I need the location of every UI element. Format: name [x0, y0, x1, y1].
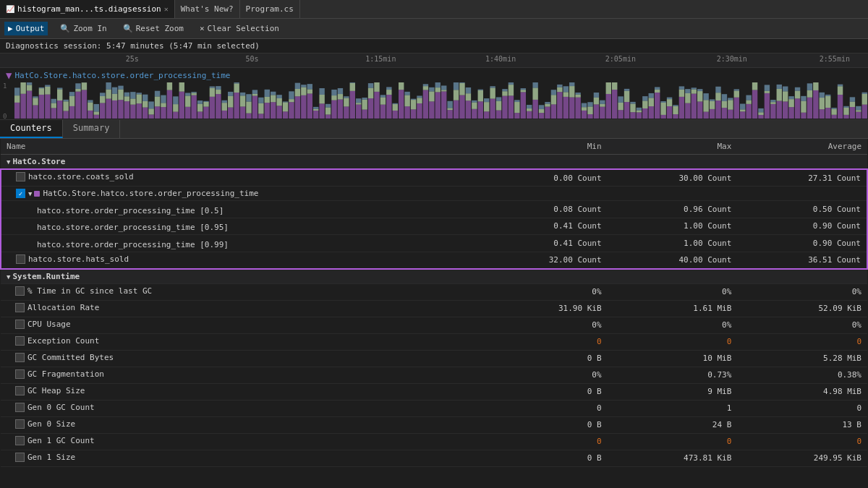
svg-rect-138: [295, 96, 300, 119]
svg-rect-9: [33, 106, 38, 119]
svg-rect-282: [587, 114, 592, 119]
svg-rect-84: [185, 107, 190, 119]
row-checkbox[interactable]: [15, 353, 25, 362]
svg-rect-31: [75, 89, 80, 92]
svg-rect-181: [380, 98, 386, 105]
table-row[interactable]: hatco.store.hats_sold32.00 Count40.00 Co…: [1, 252, 867, 269]
output-label: Output: [16, 24, 45, 33]
zoom-in-button[interactable]: 🔍 Zoom In: [56, 22, 110, 35]
cell-max: 24 B: [608, 416, 738, 433]
table-row[interactable]: GC Heap Size0 B9 MiB4.98 MiB: [1, 383, 867, 400]
cell-avg: 13 B: [737, 416, 867, 433]
svg-rect-166: [350, 83, 355, 91]
svg-rect-229: [478, 90, 483, 101]
table-row[interactable]: Gen 0 GC Count010: [1, 400, 867, 416]
svg-rect-331: [685, 93, 690, 103]
svg-rect-280: [582, 107, 587, 111]
svg-rect-225: [472, 109, 477, 119]
row-checkbox[interactable]: [16, 172, 25, 181]
data-table: Name Min Max Average ▼HatCo.Storehatco.s…: [0, 139, 868, 467]
svg-rect-246: [514, 113, 519, 119]
svg-rect-204: [429, 101, 434, 119]
tab-counters[interactable]: Counters: [0, 120, 63, 138]
svg-rect-223: [466, 93, 471, 100]
clear-selection-button[interactable]: ⨯ Clear Selection: [196, 22, 283, 35]
svg-rect-90: [197, 111, 203, 119]
svg-rect-134: [283, 101, 288, 102]
ruler-mark-230: 2:30min: [717, 55, 747, 63]
row-checkbox[interactable]: [15, 419, 25, 429]
table-row[interactable]: hatco.store.coats_sold0.00 Count30.00 Co…: [1, 169, 867, 187]
cell-avg: 0: [737, 400, 867, 416]
row-checkbox[interactable]: [16, 254, 25, 264]
table-row[interactable]: % Time in GC since last GC0%0%0%: [1, 283, 867, 300]
svg-rect-40: [94, 111, 99, 114]
table-row[interactable]: Gen 1 Size0 B473.81 KiB249.95 KiB: [1, 450, 867, 466]
svg-rect-17: [45, 85, 50, 87]
group-header: ▼System.Runtime: [1, 269, 867, 284]
row-checkbox[interactable]: [15, 453, 25, 462]
chart-area[interactable]: ▼ HatCo.Store.hatco.store.order_processi…: [0, 68, 868, 120]
tab-programcs[interactable]: Program.cs: [240, 0, 300, 18]
svg-rect-28: [69, 96, 75, 106]
table-container[interactable]: Name Min Max Average ▼HatCo.Storehatco.s…: [0, 139, 868, 471]
svg-rect-33: [82, 90, 87, 119]
row-checkbox[interactable]: [15, 303, 25, 312]
table-row[interactable]: Gen 1 GC Count000: [1, 433, 867, 450]
svg-rect-249: [521, 92, 526, 119]
row-checkbox[interactable]: [16, 189, 25, 198]
row-checkbox[interactable]: [15, 286, 25, 296]
svg-rect-377: [777, 85, 782, 89]
tab-summary[interactable]: Summary: [63, 120, 121, 138]
y-label-0: 0: [3, 113, 7, 120]
y-label-1: 1: [3, 82, 7, 90]
expand-icon: ▼: [7, 158, 10, 166]
svg-rect-212: [441, 85, 446, 90]
table-row[interactable]: hatco.store.order_processing_time [0.5]0…: [1, 201, 867, 218]
tab-whatsnew[interactable]: What's New?: [175, 0, 240, 18]
svg-rect-63: [142, 108, 148, 119]
svg-rect-311: [642, 96, 647, 100]
tab-close-btn[interactable]: ✕: [164, 5, 169, 13]
svg-rect-321: [667, 106, 672, 119]
row-checkbox[interactable]: [15, 369, 25, 379]
row-checkbox[interactable]: [15, 386, 25, 395]
row-checkbox[interactable]: [15, 336, 25, 346]
table-row[interactable]: GC Fragmentation0%0.73%0.38%: [1, 367, 867, 383]
output-button[interactable]: ▶ Output: [4, 22, 48, 35]
table-row[interactable]: GC Committed Bytes0 B10 MiB5.28 MiB: [1, 350, 867, 367]
svg-rect-4: [20, 82, 25, 94]
row-checkbox[interactable]: [15, 436, 25, 445]
table-row[interactable]: Gen 0 Size0 B24 B13 B: [1, 416, 867, 433]
reset-zoom-button[interactable]: 🔍 Reset Zoom: [119, 22, 187, 35]
svg-rect-378: [783, 101, 788, 119]
row-checkbox[interactable]: [15, 403, 25, 412]
svg-rect-364: [752, 82, 757, 90]
table-row[interactable]: hatco.store.order_processing_time [0.95]…: [1, 218, 867, 235]
row-checkbox[interactable]: [15, 320, 25, 329]
svg-rect-193: [404, 95, 409, 107]
table-row[interactable]: ▼HatCo.Store.hatco.store.order_processin…: [1, 187, 867, 201]
svg-rect-283: [587, 106, 592, 114]
table-row[interactable]: hatco.store.order_processing_time [0.99]…: [1, 235, 867, 252]
svg-rect-18: [51, 108, 56, 119]
cell-avg: 4.98 MiB: [737, 383, 867, 400]
table-row[interactable]: CPU Usage0%0%0%: [1, 317, 867, 333]
svg-rect-307: [637, 111, 642, 113]
svg-rect-357: [740, 111, 745, 119]
svg-rect-394: [813, 82, 818, 90]
row-label: Gen 1 Size: [27, 453, 75, 462]
svg-rect-125: [265, 90, 270, 97]
svg-rect-367: [758, 112, 763, 115]
svg-rect-324: [673, 114, 678, 119]
svg-rect-74: [161, 95, 166, 103]
table-row[interactable]: Exception Count000: [1, 333, 867, 350]
tab-diagsession[interactable]: 📈 histogram_man...ts.diagsession ✕: [0, 0, 175, 18]
svg-rect-44: [100, 93, 105, 96]
svg-rect-102: [222, 111, 227, 119]
svg-rect-132: [283, 111, 288, 119]
table-row[interactable]: Allocation Rate31.90 KiB1.61 MiB52.09 Ki…: [1, 300, 867, 317]
cell-min: 0%: [477, 367, 608, 383]
svg-rect-8: [27, 82, 32, 85]
svg-rect-387: [801, 113, 806, 119]
